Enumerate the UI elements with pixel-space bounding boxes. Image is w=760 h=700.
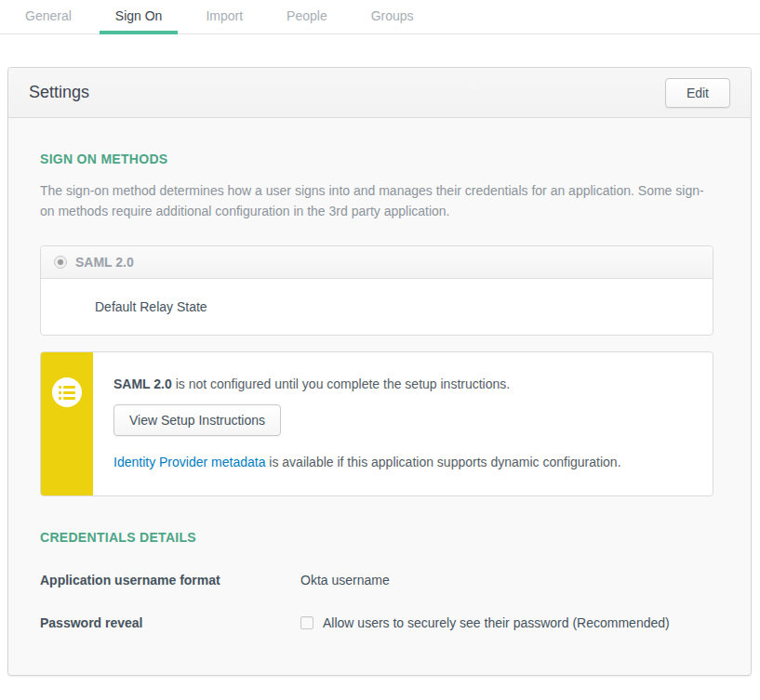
edit-button[interactable]: Edit (665, 78, 730, 108)
saml-method-header[interactable]: SAML 2.0 (41, 246, 713, 279)
default-relay-state-label: Default Relay State (95, 299, 207, 314)
callout-message: SAML 2.0 is not configured until you com… (113, 376, 621, 391)
tab-import[interactable]: Import (190, 0, 259, 33)
sign-on-methods-heading: SIGN ON METHODS (40, 152, 713, 166)
saml-radio-button[interactable] (54, 256, 67, 269)
credentials-details-heading: CREDENTIALS DETAILS (40, 530, 713, 545)
saml-method-body: Default Relay State (41, 279, 713, 335)
password-reveal-checkbox[interactable] (300, 616, 313, 629)
sign-on-methods-description: The sign-on method determines how a user… (40, 180, 713, 221)
callout-message-text: is not configured until you complete the… (172, 376, 510, 391)
callout-stripe (41, 352, 93, 495)
radio-dot (58, 259, 63, 265)
page-title: Settings (29, 83, 89, 102)
settings-panel-header: Settings Edit (8, 68, 751, 118)
password-reveal-control: Allow users to securely see their passwo… (300, 615, 670, 630)
callout-link-line: Identity Provider metadata is available … (113, 455, 621, 469)
saml-method-label: SAML 2.0 (75, 255, 134, 270)
tab-general[interactable]: General (9, 0, 87, 33)
app-tab-bar: General Sign On Import People Groups (0, 0, 760, 34)
tab-people[interactable]: People (271, 0, 343, 33)
username-format-value: Okta username (300, 573, 390, 588)
username-format-row: Application username format Okta usernam… (40, 573, 713, 588)
setup-callout: SAML 2.0 is not configured until you com… (40, 351, 713, 496)
password-reveal-label: Password reveal (40, 615, 300, 630)
settings-panel-body: SIGN ON METHODS The sign-on method deter… (8, 118, 751, 675)
password-reveal-checkbox-label: Allow users to securely see their passwo… (323, 615, 670, 630)
tab-groups[interactable]: Groups (355, 0, 430, 33)
list-icon (52, 377, 82, 407)
saml-method-box: SAML 2.0 Default Relay State (40, 245, 713, 336)
identity-provider-metadata-link[interactable]: Identity Provider metadata (113, 455, 265, 469)
view-setup-instructions-button[interactable]: View Setup Instructions (113, 404, 281, 436)
username-format-label: Application username format (40, 573, 300, 588)
callout-link-rest: is available if this application support… (265, 455, 620, 469)
callout-content: SAML 2.0 is not configured until you com… (93, 352, 644, 495)
callout-message-app-name: SAML 2.0 (113, 376, 172, 391)
tab-sign-on[interactable]: Sign On (100, 0, 179, 34)
settings-panel: Settings Edit SIGN ON METHODS The sign-o… (7, 67, 752, 676)
password-reveal-row: Password reveal Allow users to securely … (40, 615, 713, 630)
